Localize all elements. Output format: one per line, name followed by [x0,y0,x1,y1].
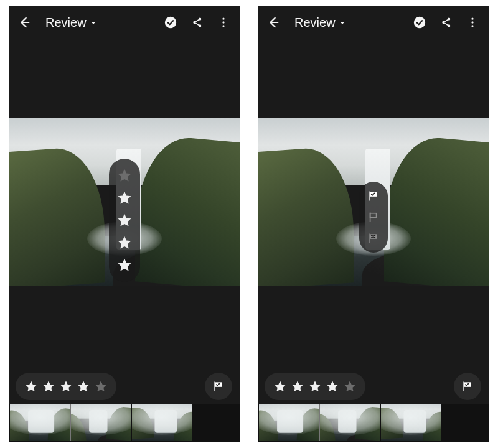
star-icon [42,380,55,393]
star-icon [326,380,339,393]
top-bar: Review [258,6,489,39]
filmstrip[interactable] [9,404,240,442]
flag-overlay [359,182,388,253]
rate-star-3[interactable] [116,212,133,228]
mode-dropdown[interactable]: Review [45,16,98,30]
filmstrip[interactable] [258,404,489,442]
flag-pick-icon [212,380,225,393]
flag-option-unflagged[interactable] [367,210,380,224]
rate-overlay [109,159,140,282]
share-icon [191,16,204,29]
rate-star-5[interactable] [116,167,133,184]
star-icon [77,380,90,393]
back-button[interactable] [265,16,282,29]
star-icon [308,380,322,393]
star-icon [291,380,304,393]
filmstrip-thumb[interactable] [381,404,441,441]
flag-option-pick[interactable] [367,189,380,203]
filmstrip-thumb[interactable] [320,404,380,441]
flag-button[interactable] [454,373,481,400]
rate-star-4[interactable] [116,190,133,206]
filmstrip-thumb[interactable] [259,404,319,441]
filmstrip-thumb[interactable] [132,404,192,441]
check-circle-icon [413,16,426,29]
share-button[interactable] [191,16,204,29]
filmstrip-thumb[interactable] [10,404,70,441]
caret-down-icon [89,19,98,27]
mode-dropdown[interactable]: Review [294,16,347,30]
more-vert-icon [217,16,230,29]
screen-right: Review [258,6,489,442]
back-button[interactable] [16,16,33,29]
screen-left: Review [9,6,240,442]
caret-down-icon [338,19,347,27]
arrow-left-icon [17,16,31,29]
top-bar: Review [9,6,240,39]
rating-pill[interactable] [265,373,365,400]
mode-title: Review [45,16,87,30]
overflow-button[interactable] [217,16,230,29]
star-icon [343,380,357,393]
star-icon [24,380,38,393]
select-button[interactable] [164,16,177,29]
flag-pick-icon [367,190,380,202]
rate-star-2[interactable] [116,235,133,251]
filmstrip-thumb[interactable] [71,404,131,441]
share-button[interactable] [440,16,453,29]
flag-outline-icon [367,211,380,223]
arrow-left-icon [266,16,280,29]
flag-button[interactable] [205,373,232,400]
star-icon [94,380,108,393]
check-circle-icon [164,16,177,29]
rate-star-1[interactable] [116,257,133,273]
flag-pick-icon [461,380,474,393]
rating-pill[interactable] [16,373,116,400]
select-button[interactable] [413,16,426,29]
star-icon [273,380,287,393]
star-icon [59,380,73,393]
flag-option-reject[interactable] [367,231,380,245]
flag-reject-icon [367,232,380,245]
mode-title: Review [294,16,336,30]
more-vert-icon [466,16,479,29]
share-icon [440,16,453,29]
overflow-button[interactable] [466,16,479,29]
